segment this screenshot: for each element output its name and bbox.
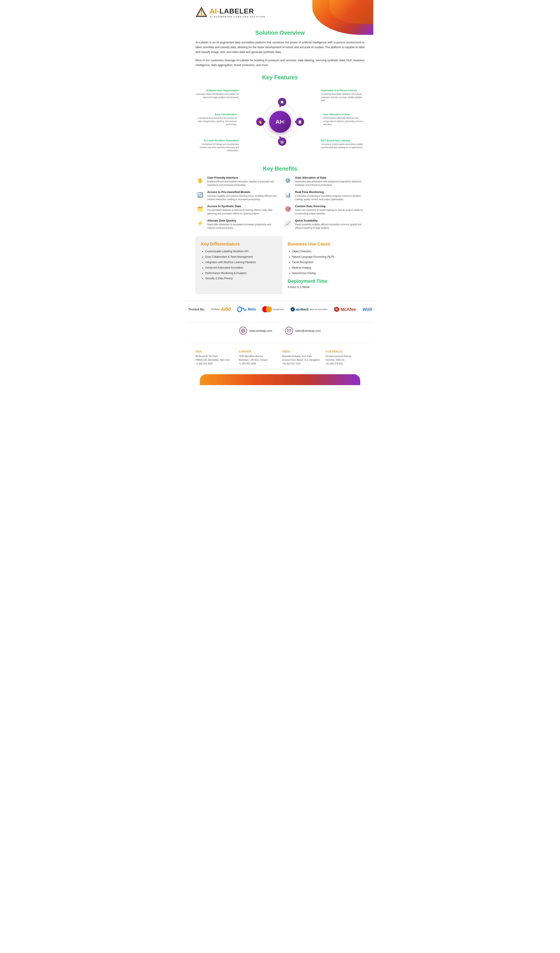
benefit-title-ui: User-Friendly Interface	[207, 176, 277, 179]
diff-item-6: Security & Data Privacy	[205, 277, 272, 280]
benefit-text-scalability: Quick Scalability Rapid scalability enab…	[295, 219, 365, 230]
benefit-item-preclassified: 🔄 Access to Pre-classified Models Improv…	[195, 190, 277, 201]
trusted-section: Trusted By: Forbes AI50 Meta mastercard …	[187, 301, 373, 318]
office-australia-address: 21 Hammerwood AvenueDerrimut, 3030 Vic+6…	[326, 354, 365, 365]
diff-item-2: Easy Collaboration & Team Management	[205, 255, 272, 259]
office-india-country: INDIA	[282, 350, 321, 353]
contact-section: www.aimleap.com sales@aimleap.com	[187, 322, 373, 339]
office-usa-country: USA	[195, 350, 234, 353]
benefit-icon-quick-alloc: ⚡	[195, 219, 204, 228]
feature-class-desc: AI-powered tools streamline the process …	[195, 116, 237, 126]
office-india: INDIA Manyata Embassy Tech ParkGround Fl…	[282, 348, 321, 368]
benefit-title-scalability: Quick Scalability	[295, 219, 365, 222]
benefit-text-monitoring: Real Time Monitoring Continuous monitori…	[295, 190, 365, 201]
benefit-icon-ui: 🖐️	[195, 176, 204, 185]
mastercard-text: mastercard	[273, 308, 284, 310]
benefit-title-monitoring: Real Time Monitoring	[295, 190, 365, 194]
benefit-text-alloc: Auto Allocation of Data Automates data d…	[295, 176, 365, 187]
benefit-text-preclassified: Access to Pre-classified Models Improves…	[207, 190, 277, 201]
feature-gpt-desc: Accurate & context-aware annotations ena…	[321, 143, 365, 149]
meta-icon	[237, 306, 247, 312]
office-australia: AUSTRALIA 21 Hammerwood AvenueDerrimut, …	[326, 348, 365, 368]
ai50-text: AI50	[221, 306, 231, 312]
mastercard-yellow-circle	[266, 306, 272, 312]
office-canada-address: 7030 Woodbine AvenueMarkham, L3R 6G2, On…	[239, 354, 278, 365]
benefit-item-synthetic: 🗂️ Access to Synthetic Data Pre-annotate…	[195, 205, 277, 216]
forbes-text: Forbes	[212, 308, 220, 311]
logo-area: AI-LABELER AI AUGMENTED LABELING SOLUTIO…	[195, 6, 365, 19]
brand-wolt: Wolt	[363, 307, 372, 312]
feature-checks-desc: Combining automated validation with huma…	[321, 93, 365, 102]
apobank-icon: a	[290, 307, 295, 312]
benefit-item-alloc: ⚙️ Auto Allocation of Data Automates dat…	[283, 176, 365, 187]
differentiators-panel: Key Differentiators Customizable Labelli…	[195, 236, 278, 294]
feature-gpt-title: GPT Based Data Labeling	[321, 139, 365, 142]
benefit-icon-alloc: ⚙️	[283, 176, 292, 185]
feature-item-alloc: Auto Allocation of Data Administrators e…	[323, 113, 365, 126]
section-features-title: Key Features	[195, 74, 365, 81]
header: AI-LABELER AI AUGMENTED LABELING SOLUTIO…	[187, 0, 373, 23]
diff-item-5: Performance Monitoring & Analytics	[205, 272, 272, 275]
buc-item-2: Natural Language Processing (NLP)	[292, 255, 359, 259]
benefit-item-custom-sourcing: 🎯 Custom Data Sourcing Users can customi…	[283, 205, 365, 216]
benefit-item-monitoring: 📊 Real Time Monitoring Continuous monito…	[283, 190, 365, 201]
feature-item-gpt: GPT Based Data Labeling Accurate & conte…	[321, 139, 365, 149]
benefit-item-scalability: 📈 Quick Scalability Rapid scalability en…	[283, 219, 365, 230]
feature-icon-right: 📋	[296, 118, 304, 126]
section-benefits-title: Key Benefits	[195, 165, 365, 172]
feature-item-checks: Automated & In-Person Checks Combining a…	[321, 89, 365, 102]
benefit-text-ui: User-Friendly Interface Enables efficien…	[207, 176, 277, 187]
benefit-icon-monitoring: 📊	[283, 190, 292, 200]
globe-svg	[241, 329, 245, 333]
features-center-icon: AI<	[269, 111, 291, 133]
svg-point-8	[238, 307, 241, 312]
business-use-cases-list: Object Detection Natural Language Proces…	[288, 250, 359, 275]
apobank-text: apoBank	[296, 307, 309, 311]
brand-meta: Meta	[237, 306, 255, 312]
diff-item-4: Advanced Automated Annotation	[205, 266, 272, 270]
contact-website: www.aimleap.com	[239, 327, 272, 335]
benefit-title-custom-sourcing: Custom Data Sourcing	[295, 205, 365, 208]
logo-main: LABELER	[220, 7, 254, 15]
buc-item-5: Autonomous Driving	[292, 272, 359, 275]
feature-auto-seg-title: AI-Based Auto Segmentation	[195, 89, 239, 92]
buc-item-1: Object Detection	[292, 250, 359, 253]
office-canada: CANADA 7030 Woodbine AvenueMarkham, L3R …	[239, 348, 278, 368]
deployment-title: Deployment Time	[288, 278, 359, 284]
benefit-title-quick-alloc: Allocate Data Quickly	[207, 219, 277, 222]
logo-icon	[195, 6, 207, 19]
mcafee-icon: M	[334, 306, 340, 312]
brand-mastercard: mastercard	[262, 306, 284, 312]
differentiators-list: Customizable Labelling Workflow API Easy…	[201, 250, 272, 280]
office-usa: USA 80 Broad St, 5th FloorPMB#1148, Manh…	[195, 348, 234, 368]
benefit-text-custom-sourcing: Custom Data Sourcing Users can customize…	[295, 205, 365, 216]
benefit-desc-ui: Enables efficient and intuitive interact…	[207, 180, 277, 187]
trusted-label: Trusted By:	[188, 307, 205, 311]
benefit-title-alloc: Auto Allocation of Data	[295, 176, 365, 179]
office-canada-country: CANADA	[239, 350, 278, 353]
feature-workflow-desc: Centralized API design and development e…	[195, 143, 239, 152]
office-india-address: Manyata Embassy Tech ParkGround Floor, B…	[282, 354, 321, 365]
benefit-item-quick-alloc: ⚡ Allocate Data Quickly Rapid data distr…	[195, 219, 277, 230]
brand-forbes: Forbes AI50	[212, 306, 231, 312]
meta-text: Meta	[248, 307, 255, 311]
feature-item-classification: Easy Classification AI-powered tools str…	[195, 113, 237, 126]
brand-apobank: a apoBank Bank der Gesundheit	[290, 307, 327, 312]
benefit-icon-synthetic: 🗂️	[195, 205, 204, 214]
feature-alloc-desc: Administrators efficiently distribute an…	[323, 116, 365, 126]
business-use-cases-panel: Business Use Cases Object Detection Natu…	[282, 236, 365, 294]
benefit-desc-quick-alloc: Rapid data distribution to annotators in…	[207, 223, 277, 230]
differentiators-title: Key Differentiators	[201, 242, 272, 247]
benefit-desc-preclassified: Improves usability and reduces learning …	[207, 194, 277, 201]
buc-item-4: Medical Imaging	[292, 266, 359, 270]
office-australia-country: AUSTRALIA	[326, 350, 365, 353]
feature-item-workflow: Pre-built Workflow Automation Centralize…	[195, 139, 239, 152]
benefit-title-synthetic: Access to Synthetic Data	[207, 205, 277, 208]
business-use-cases-title: Business Use Cases	[288, 242, 359, 247]
office-usa-address: 80 Broad St, 5th FloorPMB#1148, Manhatta…	[195, 354, 234, 365]
bottom-decoration	[200, 374, 360, 385]
feature-item-auto-seg: AI-Based Auto Segmentation Automates obj…	[195, 89, 239, 99]
apobank-subtitle: Bank der Gesundheit	[310, 309, 327, 310]
feature-checks-title: Automated & In-Person Checks	[321, 89, 365, 92]
overview-paragraph1: AI-Labeler is an AI-augmented data annot…	[195, 40, 365, 54]
